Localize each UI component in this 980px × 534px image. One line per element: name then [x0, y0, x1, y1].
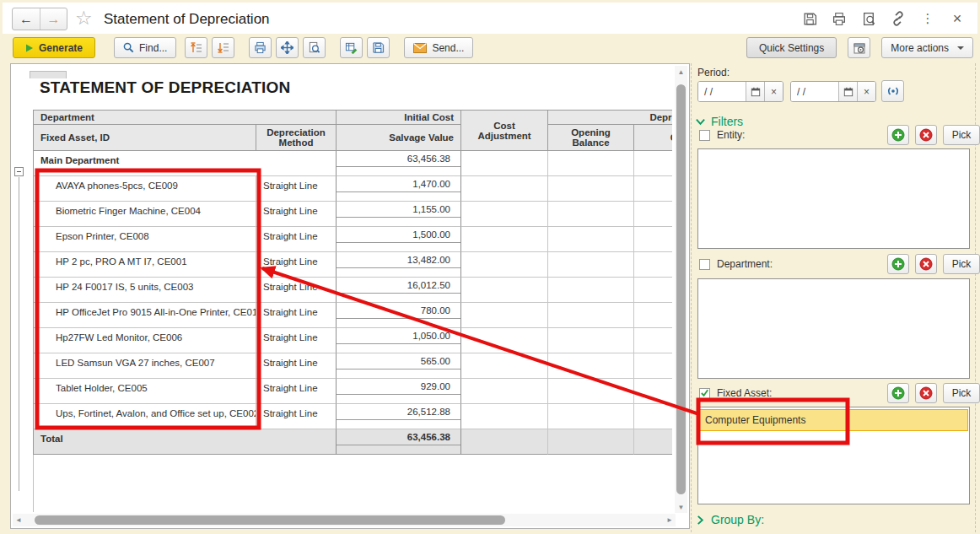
cell-empty: [548, 227, 634, 252]
period-from-calendar-button[interactable]: [746, 82, 764, 101]
application-window: { "window": { "title": "Statement of Dep…: [0, 0, 980, 534]
asset-method: Straight Line: [256, 379, 337, 404]
cell-empty: [461, 252, 548, 278]
scroll-left-arrow[interactable]: ◄: [13, 514, 24, 526]
cell-empty: [548, 379, 634, 404]
asset-method: Straight Line: [256, 353, 337, 379]
asset-initial-cost: 16,012.50: [337, 278, 460, 294]
export-button[interactable]: [340, 37, 363, 58]
department-remove-button[interactable]: [915, 254, 937, 274]
export-grid-icon: [345, 41, 358, 54]
cell-empty: [548, 151, 634, 176]
cell-empty: [548, 429, 634, 455]
scroll-down-arrow[interactable]: ▼: [675, 501, 687, 513]
more-actions-button[interactable]: More actions: [881, 37, 973, 58]
total-label: Total: [34, 429, 337, 455]
asset-name: AVAYA phones-5pcs, CE009: [34, 176, 256, 202]
table-row: LED Samsun VGA 27 inches, CE007 Straight…: [34, 353, 672, 379]
entity-add-button[interactable]: [887, 125, 909, 145]
panel-splitter-left[interactable]: [691, 63, 692, 532]
fixed-asset-add-button[interactable]: [887, 383, 909, 403]
close-icon[interactable]: ×: [949, 10, 966, 27]
cell-empty: [461, 303, 548, 328]
vertical-scrollbar[interactable]: ▲ ▼: [675, 66, 687, 513]
fixed-asset-filter-row: Fixed Asset:: [699, 387, 772, 399]
cell-empty: [548, 328, 634, 353]
forward-button[interactable]: →: [40, 8, 67, 30]
floppy-icon: [372, 41, 385, 54]
fixed-asset-list-item[interactable]: Computer Equipments: [699, 409, 968, 431]
cell-empty: [461, 404, 548, 429]
entity-filter-buttons: Pick: [887, 125, 980, 145]
fixed-asset-pick-button[interactable]: Pick: [943, 383, 980, 403]
period-from-group: ×: [697, 81, 783, 102]
department-filter-buttons: Pick: [887, 254, 980, 274]
favorite-star-icon[interactable]: ☆: [75, 8, 93, 29]
asset-method: Straight Line: [256, 328, 337, 353]
cell-empty: [634, 252, 672, 278]
collapse-group-toggle[interactable]: [14, 167, 24, 176]
fixed-asset-checkbox[interactable]: [699, 388, 710, 399]
cell-empty: [461, 379, 548, 404]
outline-tree-line: [19, 177, 19, 491]
vertical-scroll-thumb[interactable]: [676, 84, 686, 494]
fixed-asset-listbox[interactable]: Computer Equipments: [697, 407, 970, 504]
scroll-right-arrow[interactable]: ►: [664, 514, 676, 526]
department-listbox[interactable]: [697, 278, 970, 379]
remove-circle-icon: [919, 128, 933, 142]
print-icon[interactable]: [831, 10, 848, 27]
table-row: AVAYA phones-5pcs, CE009 Straight Line 1…: [34, 176, 672, 202]
period-to-calendar-button[interactable]: [838, 82, 857, 101]
filters-section-header[interactable]: Filters: [695, 115, 743, 128]
find-button[interactable]: Find...: [114, 37, 176, 58]
horizontal-scrollbar[interactable]: ◄ ►: [13, 514, 676, 526]
quick-settings-button[interactable]: Quick Settings: [746, 37, 837, 58]
expand-all-button[interactable]: [212, 37, 234, 58]
cell-empty: [634, 176, 672, 202]
entity-pick-button[interactable]: Pick: [943, 125, 980, 145]
chevron-down-icon: [695, 116, 706, 127]
collapse-all-button[interactable]: [185, 37, 207, 58]
cell-empty: [461, 151, 548, 176]
entity-remove-button[interactable]: [915, 125, 937, 145]
fit-view-button[interactable]: [276, 37, 299, 58]
entity-checkbox[interactable]: [699, 130, 710, 141]
collapse-all-icon: [190, 41, 202, 54]
entity-listbox[interactable]: [697, 148, 970, 249]
period-from-clear-button[interactable]: ×: [764, 82, 783, 101]
period-range-icon: [886, 84, 900, 98]
send-button[interactable]: Send...: [404, 37, 473, 58]
period-range-button[interactable]: [881, 80, 904, 102]
department-pick-button[interactable]: Pick: [943, 254, 980, 274]
generate-button[interactable]: Generate: [13, 37, 95, 58]
print-report-button[interactable]: [249, 37, 272, 58]
save-icon[interactable]: [801, 10, 818, 27]
print-preview-button[interactable]: [303, 37, 326, 58]
period-from-input[interactable]: [698, 82, 746, 101]
cell-empty: [548, 252, 634, 278]
department-checkbox[interactable]: [699, 259, 710, 270]
period-to-clear-button[interactable]: ×: [857, 82, 875, 101]
fixed-asset-remove-button[interactable]: [915, 383, 937, 403]
plus-circle-icon: [891, 257, 905, 271]
clear-icon: ×: [864, 86, 870, 98]
asset-initial-cost: 1,050.00: [337, 328, 460, 344]
preview-icon[interactable]: [860, 10, 877, 27]
asset-method: Straight Line: [256, 278, 337, 303]
link-icon[interactable]: [890, 10, 907, 27]
group-by-section-header[interactable]: Group By:: [695, 513, 764, 526]
back-button[interactable]: ←: [13, 8, 40, 30]
chevron-right-icon: [695, 515, 706, 526]
cell-empty: [634, 151, 672, 176]
scroll-up-arrow[interactable]: ▲: [675, 66, 687, 78]
calendar-gear-icon: [853, 41, 866, 55]
save-report-button[interactable]: [367, 37, 390, 58]
horizontal-scroll-thumb[interactable]: [35, 515, 505, 525]
more-menu-icon[interactable]: ⋮: [919, 10, 936, 27]
remove-circle-icon: [919, 386, 933, 400]
department-add-button[interactable]: [887, 254, 909, 274]
period-to-input[interactable]: [791, 82, 838, 101]
report-schedule-button[interactable]: [848, 37, 870, 58]
find-label: Find...: [139, 42, 167, 54]
dropdown-caret-icon: [957, 46, 964, 50]
